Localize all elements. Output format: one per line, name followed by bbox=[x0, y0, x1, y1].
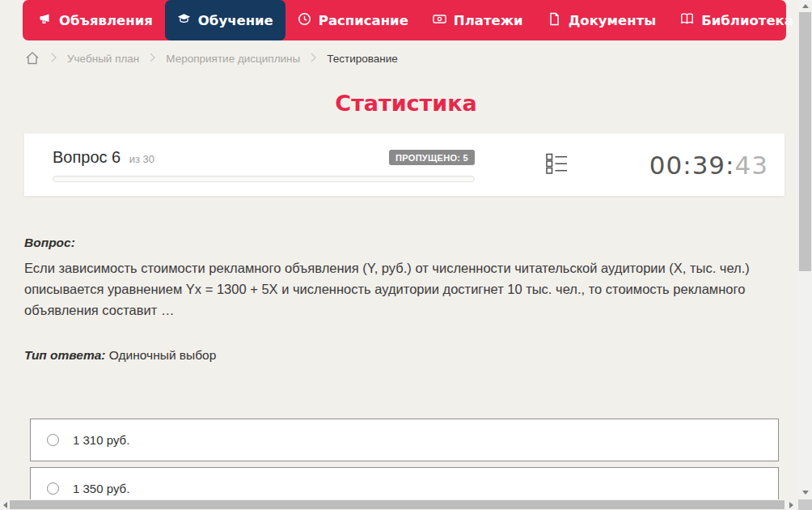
nav-item-schedule[interactable]: Расписание bbox=[285, 0, 421, 40]
question-progress-section: Вопрос 6 из 30 ПРОПУЩЕНО: 5 bbox=[53, 148, 475, 182]
book-icon bbox=[680, 12, 694, 29]
nav-item-learning[interactable]: Обучение bbox=[165, 0, 285, 40]
top-navigation: Объявления Обучение Расписание Платежи Д… bbox=[23, 0, 786, 40]
nav-item-library[interactable]: Библиотека bbox=[668, 0, 812, 40]
nav-item-label: Обучение bbox=[198, 13, 273, 28]
timer: 00:39:43 bbox=[649, 151, 768, 180]
horizontal-scrollbar[interactable] bbox=[0, 499, 798, 510]
scroll-left-button[interactable] bbox=[0, 499, 10, 510]
nav-item-label: Библиотека bbox=[701, 13, 793, 28]
scroll-down-button[interactable] bbox=[798, 486, 812, 499]
answer-type-label: Тип ответа: bbox=[24, 348, 106, 362]
option-label: 1 310 руб. bbox=[73, 433, 129, 447]
timer-colon: : bbox=[725, 151, 734, 180]
arrow-left-icon bbox=[3, 502, 7, 508]
answer-option[interactable]: 1 310 руб. bbox=[30, 419, 779, 461]
page: Объявления Обучение Расписание Платежи Д… bbox=[0, 0, 812, 510]
timer-hours: 00 bbox=[649, 151, 683, 180]
home-icon[interactable] bbox=[24, 51, 40, 66]
question-block: Вопрос: Если зависимость стоимости рекла… bbox=[24, 236, 757, 363]
radio-button[interactable] bbox=[47, 482, 59, 495]
vertical-scrollbar-thumb[interactable] bbox=[799, 12, 811, 271]
nav-item-announcements[interactable]: Объявления bbox=[26, 0, 165, 40]
scroll-right-button[interactable] bbox=[785, 499, 797, 510]
option-label: 1 350 руб. bbox=[73, 482, 129, 495]
breadcrumb-separator-icon bbox=[51, 51, 57, 66]
nav-item-label: Расписание bbox=[319, 13, 408, 28]
radio-button[interactable] bbox=[47, 434, 59, 446]
page-title: Статистика bbox=[0, 91, 812, 116]
question-list-icon bbox=[546, 152, 568, 178]
skipped-badge: ПРОПУЩЕНО: 5 bbox=[389, 150, 475, 165]
nav-item-label: Объявления bbox=[59, 13, 153, 28]
question-list-button[interactable] bbox=[546, 152, 568, 178]
arrow-down-icon bbox=[802, 491, 809, 495]
question-total: из 30 bbox=[129, 153, 154, 165]
timer-seconds: 43 bbox=[735, 151, 768, 180]
nav-item-payments[interactable]: Платежи bbox=[421, 0, 535, 40]
question-label: Вопрос: bbox=[24, 236, 757, 250]
answer-options: 1 310 руб. 1 350 руб. bbox=[30, 419, 779, 510]
arrow-up-icon bbox=[802, 4, 809, 8]
nav-item-documents[interactable]: Документы bbox=[535, 0, 669, 40]
breadcrumb-separator-icon bbox=[150, 51, 155, 66]
nav-item-label: Платежи bbox=[454, 13, 523, 28]
quiz-status-card: Вопрос 6 из 30 ПРОПУЩЕНО: 5 bbox=[24, 134, 785, 196]
question-number: Вопрос 6 bbox=[53, 148, 121, 166]
timer-colon: : bbox=[683, 151, 691, 180]
answer-type-row: Тип ответа: Одиночный выбор bbox=[24, 348, 757, 363]
breadcrumb: Учебный план Мероприятие дисциплины Тест… bbox=[24, 48, 398, 69]
progress-bar bbox=[53, 176, 475, 182]
nav-item-label: Документы bbox=[569, 13, 657, 28]
breadcrumb-item-discipline-event[interactable]: Мероприятие дисциплины bbox=[166, 53, 300, 65]
timer-minutes: 39 bbox=[692, 151, 725, 180]
megaphone-icon bbox=[38, 12, 52, 29]
vertical-scrollbar[interactable] bbox=[798, 0, 812, 499]
breadcrumb-item-testing: Тестирование bbox=[327, 53, 398, 65]
answer-type-value: Одиночный выбор bbox=[109, 348, 217, 362]
banknote-icon bbox=[433, 12, 446, 29]
document-icon bbox=[548, 12, 561, 29]
question-counter: Вопрос 6 из 30 bbox=[53, 148, 154, 167]
scroll-up-button[interactable] bbox=[798, 0, 812, 11]
breadcrumb-separator-icon bbox=[311, 51, 316, 66]
breadcrumb-item-curriculum[interactable]: Учебный план bbox=[67, 53, 139, 65]
clock-icon bbox=[298, 12, 311, 29]
scrollbar-corner bbox=[798, 499, 812, 510]
arrow-right-icon bbox=[789, 502, 793, 508]
horizontal-scrollbar-thumb[interactable] bbox=[10, 500, 785, 509]
question-text: Если зависимость стоимости рекламного об… bbox=[24, 257, 757, 321]
graduation-cap-icon bbox=[177, 12, 191, 29]
